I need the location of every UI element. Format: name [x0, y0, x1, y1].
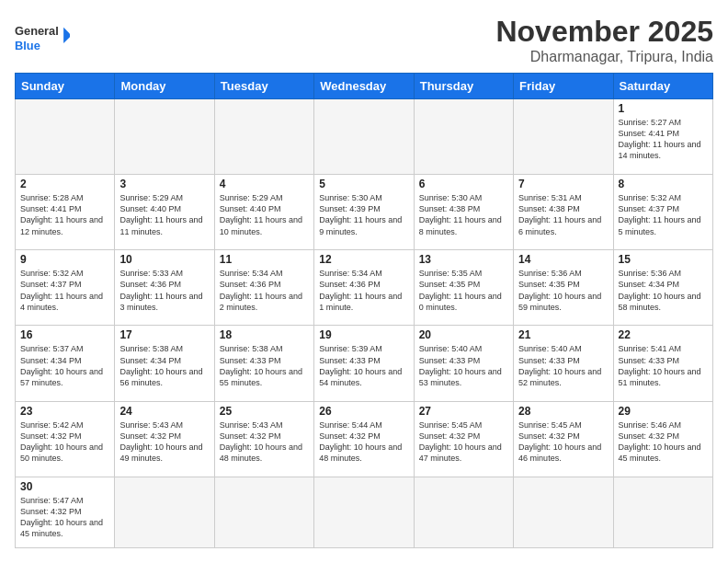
day-number: 28	[518, 405, 608, 418]
day-info: Sunrise: 5:42 AM Sunset: 4:32 PM Dayligh…	[20, 419, 109, 465]
calendar: Sunday Monday Tuesday Wednesday Thursday…	[15, 73, 713, 548]
table-row: 5Sunrise: 5:30 AM Sunset: 4:39 PM Daylig…	[314, 175, 414, 250]
day-number: 20	[419, 328, 508, 341]
day-number: 5	[319, 178, 408, 190]
col-saturday: Saturday	[613, 74, 712, 99]
table-row: 20Sunrise: 5:40 AM Sunset: 4:33 PM Dayli…	[414, 326, 513, 401]
day-number: 19	[319, 328, 408, 341]
svg-text:General: General	[15, 24, 59, 38]
day-info: Sunrise: 5:37 AM Sunset: 4:34 PM Dayligh…	[20, 343, 109, 388]
day-number: 14	[518, 253, 608, 266]
table-row	[214, 99, 313, 175]
table-row: 19Sunrise: 5:39 AM Sunset: 4:33 PM Dayli…	[314, 326, 414, 401]
day-number: 11	[220, 253, 309, 266]
table-row: 3Sunrise: 5:29 AM Sunset: 4:40 PM Daylig…	[115, 175, 214, 250]
table-row: 28Sunrise: 5:45 AM Sunset: 4:32 PM Dayli…	[514, 401, 613, 477]
day-info: Sunrise: 5:29 AM Sunset: 4:40 PM Dayligh…	[119, 192, 209, 237]
day-info: Sunrise: 5:36 AM Sunset: 4:35 PM Dayligh…	[518, 268, 608, 313]
table-row: 14Sunrise: 5:36 AM Sunset: 4:35 PM Dayli…	[514, 250, 613, 326]
table-row: 8Sunrise: 5:32 AM Sunset: 4:37 PM Daylig…	[613, 175, 712, 250]
day-number: 18	[220, 328, 309, 341]
day-number: 9	[20, 253, 109, 266]
table-row: 12Sunrise: 5:34 AM Sunset: 4:36 PM Dayli…	[314, 250, 414, 326]
table-row: 30Sunrise: 5:47 AM Sunset: 4:32 PM Dayli…	[16, 477, 115, 547]
day-number: 2	[20, 178, 109, 190]
day-number: 6	[419, 178, 508, 190]
day-number: 25	[220, 405, 309, 418]
table-row: 24Sunrise: 5:43 AM Sunset: 4:32 PM Dayli…	[115, 401, 214, 477]
day-info: Sunrise: 5:34 AM Sunset: 4:36 PM Dayligh…	[220, 268, 309, 313]
day-number: 26	[319, 405, 408, 418]
day-number: 24	[119, 405, 209, 418]
table-row	[115, 99, 214, 175]
day-info: Sunrise: 5:43 AM Sunset: 4:32 PM Dayligh…	[119, 419, 209, 465]
day-info: Sunrise: 5:39 AM Sunset: 4:33 PM Dayligh…	[319, 343, 408, 388]
table-row: 21Sunrise: 5:40 AM Sunset: 4:33 PM Dayli…	[514, 326, 613, 401]
table-row: 11Sunrise: 5:34 AM Sunset: 4:36 PM Dayli…	[214, 250, 313, 326]
col-tuesday: Tuesday	[214, 74, 313, 99]
table-row: 4Sunrise: 5:29 AM Sunset: 4:40 PM Daylig…	[214, 175, 313, 250]
day-number: 30	[20, 480, 109, 493]
title-section: November 2025 Dharmanagar, Tripura, Indi…	[495, 15, 713, 65]
table-row: 7Sunrise: 5:31 AM Sunset: 4:38 PM Daylig…	[514, 175, 613, 250]
day-number: 16	[20, 328, 109, 341]
table-row: 22Sunrise: 5:41 AM Sunset: 4:33 PM Dayli…	[613, 326, 712, 401]
table-row	[115, 477, 214, 547]
table-row: 13Sunrise: 5:35 AM Sunset: 4:35 PM Dayli…	[414, 250, 513, 326]
day-number: 3	[119, 178, 209, 190]
day-info: Sunrise: 5:28 AM Sunset: 4:41 PM Dayligh…	[20, 192, 109, 237]
table-row	[514, 99, 613, 175]
table-row	[314, 477, 414, 547]
day-number: 7	[518, 178, 608, 190]
day-info: Sunrise: 5:34 AM Sunset: 4:36 PM Dayligh…	[319, 268, 408, 313]
day-number: 27	[419, 405, 508, 418]
day-number: 22	[619, 328, 708, 341]
page: General Blue November 2025 Dharmanagar, …	[0, 0, 728, 563]
day-info: Sunrise: 5:45 AM Sunset: 4:32 PM Dayligh…	[419, 419, 508, 465]
day-number: 1	[619, 102, 708, 115]
table-row	[514, 477, 613, 547]
table-row	[414, 99, 513, 175]
table-row: 2Sunrise: 5:28 AM Sunset: 4:41 PM Daylig…	[16, 175, 115, 250]
day-info: Sunrise: 5:44 AM Sunset: 4:32 PM Dayligh…	[319, 419, 408, 465]
day-info: Sunrise: 5:40 AM Sunset: 4:33 PM Dayligh…	[419, 343, 508, 388]
day-info: Sunrise: 5:36 AM Sunset: 4:34 PM Dayligh…	[619, 268, 708, 313]
day-info: Sunrise: 5:43 AM Sunset: 4:32 PM Dayligh…	[220, 419, 309, 465]
calendar-header-row: Sunday Monday Tuesday Wednesday Thursday…	[16, 74, 713, 99]
day-info: Sunrise: 5:46 AM Sunset: 4:32 PM Dayligh…	[619, 419, 708, 465]
day-number: 29	[619, 405, 708, 418]
logo: General Blue	[15, 15, 70, 61]
table-row: 25Sunrise: 5:43 AM Sunset: 4:32 PM Dayli…	[214, 401, 313, 477]
location-title: Dharmanagar, Tripura, India	[495, 49, 713, 65]
table-row	[314, 99, 414, 175]
col-monday: Monday	[115, 74, 214, 99]
logo-svg: General Blue	[15, 15, 70, 61]
day-number: 8	[619, 178, 708, 190]
day-info: Sunrise: 5:27 AM Sunset: 4:41 PM Dayligh…	[619, 117, 708, 162]
table-row: 26Sunrise: 5:44 AM Sunset: 4:32 PM Dayli…	[314, 401, 414, 477]
table-row	[16, 99, 115, 175]
table-row: 10Sunrise: 5:33 AM Sunset: 4:36 PM Dayli…	[115, 250, 214, 326]
day-number: 4	[220, 178, 309, 190]
table-row: 15Sunrise: 5:36 AM Sunset: 4:34 PM Dayli…	[613, 250, 712, 326]
day-info: Sunrise: 5:31 AM Sunset: 4:38 PM Dayligh…	[518, 192, 608, 237]
day-info: Sunrise: 5:32 AM Sunset: 4:37 PM Dayligh…	[20, 268, 109, 313]
table-row: 29Sunrise: 5:46 AM Sunset: 4:32 PM Dayli…	[613, 401, 712, 477]
col-thursday: Thursday	[414, 74, 513, 99]
day-number: 23	[20, 405, 109, 418]
day-info: Sunrise: 5:47 AM Sunset: 4:32 PM Dayligh…	[20, 495, 109, 540]
table-row: 16Sunrise: 5:37 AM Sunset: 4:34 PM Dayli…	[16, 326, 115, 401]
table-row: 1Sunrise: 5:27 AM Sunset: 4:41 PM Daylig…	[613, 99, 712, 175]
svg-text:Blue: Blue	[15, 39, 40, 52]
day-info: Sunrise: 5:29 AM Sunset: 4:40 PM Dayligh…	[220, 192, 309, 237]
day-info: Sunrise: 5:30 AM Sunset: 4:38 PM Dayligh…	[419, 192, 508, 237]
day-info: Sunrise: 5:40 AM Sunset: 4:33 PM Dayligh…	[518, 343, 608, 388]
day-info: Sunrise: 5:38 AM Sunset: 4:34 PM Dayligh…	[119, 343, 209, 388]
table-row	[214, 477, 313, 547]
month-title: November 2025	[495, 15, 713, 49]
col-friday: Friday	[514, 74, 613, 99]
day-info: Sunrise: 5:41 AM Sunset: 4:33 PM Dayligh…	[619, 343, 708, 388]
day-info: Sunrise: 5:30 AM Sunset: 4:39 PM Dayligh…	[319, 192, 408, 237]
day-number: 15	[619, 253, 708, 266]
table-row	[414, 477, 513, 547]
